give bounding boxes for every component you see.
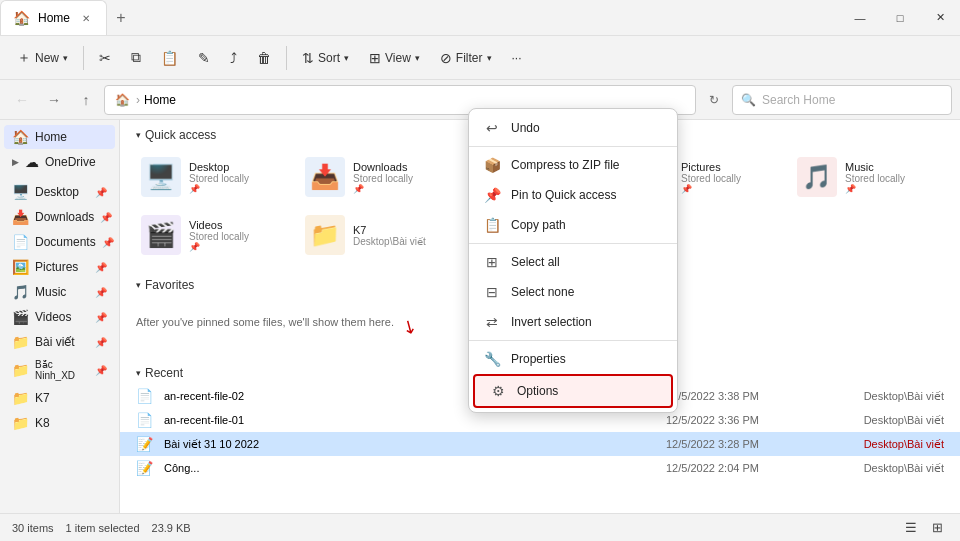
ctx-pin[interactable]: 📌 Pin to Quick access — [469, 180, 677, 210]
invert-selection-icon: ⇄ — [483, 314, 501, 330]
view-buttons: ☰ ⊞ — [900, 517, 948, 539]
new-dropdown-icon: ▾ — [63, 53, 68, 63]
home-tab[interactable]: 🏠 Home ✕ — [0, 0, 107, 35]
sidebar-item-home[interactable]: 🏠 Home — [4, 125, 115, 149]
onedrive-icon: ☁ — [25, 154, 39, 170]
folder-k7[interactable]: 📁 K7 Desktop\Bài viết — [296, 208, 456, 262]
ctx-select-all[interactable]: ⊞ Select all — [469, 247, 677, 277]
sidebar-item-bacninh[interactable]: 📁 Bắc Ninh_XD 📌 — [4, 355, 115, 385]
folder-videos[interactable]: 🎬 Videos Stored locally 📌 — [132, 208, 292, 262]
properties-icon: 🔧 — [483, 351, 501, 367]
forward-button[interactable]: → — [40, 86, 68, 114]
sidebar-item-documents[interactable]: 📄 Documents 📌 — [4, 230, 115, 254]
folder-pictures-name: Pictures — [681, 161, 775, 173]
up-button[interactable]: ↑ — [72, 86, 100, 114]
sidebar-item-pictures[interactable]: 🖼️ Pictures 📌 — [4, 255, 115, 279]
folder-k7-info: K7 Desktop\Bài viết — [353, 224, 447, 247]
tab-close-button[interactable]: ✕ — [78, 10, 94, 26]
new-button[interactable]: ＋ New ▾ — [8, 44, 77, 72]
desktop-icon: 🖥️ — [12, 184, 29, 200]
recent-file-0-path: Desktop\Bài viết — [804, 390, 944, 403]
sidebar-music-label: Music — [35, 285, 66, 299]
folder-desktop[interactable]: 🖥️ Desktop Stored locally 📌 — [132, 150, 292, 204]
undo-icon: ↩ — [483, 120, 501, 136]
view-button[interactable]: ⊞ View ▾ — [360, 45, 429, 71]
folder-music[interactable]: 🎵 Music Stored locally 📌 — [788, 150, 948, 204]
folder-downloads[interactable]: 📥 Downloads Stored locally 📌 — [296, 150, 456, 204]
recent-file-1-icon: 📄 — [136, 412, 156, 428]
pin-icon-pictures: 📌 — [95, 262, 107, 273]
pin-icon-downloads: 📌 — [100, 212, 112, 223]
onedrive-expand-icon: ▶ — [12, 157, 19, 167]
ctx-select-all-label: Select all — [511, 255, 560, 269]
paste-button[interactable]: 📋 — [152, 45, 187, 71]
ctx-undo[interactable]: ↩ Undo — [469, 113, 677, 143]
toolbar-separator-1 — [83, 46, 84, 70]
cut-button[interactable]: ✂ — [90, 45, 120, 71]
filter-label: Filter — [456, 51, 483, 65]
ctx-select-none-label: Select none — [511, 285, 574, 299]
list-view-button[interactable]: ☰ — [900, 517, 922, 539]
sidebar-item-videos[interactable]: 🎬 Videos 📌 — [4, 305, 115, 329]
sidebar-bacninh-label: Bắc Ninh_XD — [35, 359, 89, 381]
folder-desktop-pin: 📌 — [189, 184, 283, 194]
breadcrumb-home: Home — [144, 93, 176, 107]
sidebar-item-music[interactable]: 🎵 Music 📌 — [4, 280, 115, 304]
back-button[interactable]: ← — [8, 86, 36, 114]
folder-k7-name: K7 — [353, 224, 447, 236]
maximize-button[interactable]: □ — [880, 0, 920, 36]
search-bar[interactable]: 🔍 Search Home — [732, 85, 952, 115]
home-tab-label: Home — [38, 11, 70, 25]
bacninh-icon: 📁 — [12, 362, 29, 378]
new-tab-button[interactable]: + — [107, 4, 135, 32]
sidebar-k7-label: K7 — [35, 391, 50, 405]
recent-file-3[interactable]: 📝 Công... 12/5/2022 2:04 PM Desktop\Bài … — [120, 456, 960, 480]
close-button[interactable]: ✕ — [920, 0, 960, 36]
ctx-invert-selection[interactable]: ⇄ Invert selection — [469, 307, 677, 337]
folder-downloads-info: Downloads Stored locally 📌 — [353, 161, 447, 194]
recent-file-3-date: 12/5/2022 2:04 PM — [666, 462, 796, 474]
sidebar-item-onedrive[interactable]: ▶ ☁ OneDrive — [4, 150, 115, 174]
sidebar-downloads-label: Downloads — [35, 210, 94, 224]
select-none-icon: ⊟ — [483, 284, 501, 300]
recent-file-2[interactable]: 📝 Bài viết 31 10 2022 12/5/2022 3:28 PM … — [120, 432, 960, 456]
copy-button[interactable]: ⧉ — [122, 44, 150, 71]
minimize-button[interactable]: — — [840, 0, 880, 36]
share-button[interactable]: ⤴ — [221, 45, 246, 71]
sidebar-item-baiviet[interactable]: 📁 Bài viết 📌 — [4, 330, 115, 354]
sidebar-item-desktop[interactable]: 🖥️ Desktop 📌 — [4, 180, 115, 204]
ctx-pin-label: Pin to Quick access — [511, 188, 616, 202]
filter-button[interactable]: ⊘ Filter ▾ — [431, 45, 501, 71]
folder-videos-pin: 📌 — [189, 242, 283, 252]
sidebar-item-k8[interactable]: 📁 K8 — [4, 411, 115, 435]
sort-button[interactable]: ⇅ Sort ▾ — [293, 45, 358, 71]
refresh-button[interactable]: ↻ — [700, 86, 728, 114]
folder-pictures-pin: 📌 — [681, 184, 775, 194]
sidebar-desktop-label: Desktop — [35, 185, 79, 199]
ctx-options[interactable]: ⚙ Options — [473, 374, 673, 408]
new-label: New — [35, 51, 59, 65]
recent-file-1-date: 12/5/2022 3:36 PM — [666, 414, 796, 426]
ctx-invert-label: Invert selection — [511, 315, 592, 329]
ctx-properties[interactable]: 🔧 Properties — [469, 344, 677, 374]
ctx-copy-path[interactable]: 📋 Copy path — [469, 210, 677, 240]
folder-pictures-info: Pictures Stored locally 📌 — [681, 161, 775, 194]
ctx-select-none[interactable]: ⊟ Select none — [469, 277, 677, 307]
recent-file-1-name: an-recent-file-01 — [164, 414, 658, 426]
delete-button[interactable]: 🗑 — [248, 45, 280, 71]
recent-file-3-path: Desktop\Bài viết — [804, 462, 944, 475]
arrow-icon: ↘ — [397, 314, 421, 341]
rename-button[interactable]: ✎ — [189, 45, 219, 71]
folder-pictures-sub: Stored locally — [681, 173, 775, 184]
more-button[interactable]: ··· — [503, 46, 531, 70]
grid-view-button[interactable]: ⊞ — [926, 517, 948, 539]
sidebar-pictures-label: Pictures — [35, 260, 78, 274]
title-bar-tabs: 🏠 Home ✕ + — [0, 0, 840, 35]
recent-chevron: ▾ — [136, 368, 141, 378]
ctx-compress[interactable]: 📦 Compress to ZIP file — [469, 150, 677, 180]
sort-icon: ⇅ — [302, 50, 314, 66]
sidebar-item-downloads[interactable]: 📥 Downloads 📌 — [4, 205, 115, 229]
sidebar-item-k7[interactable]: 📁 K7 — [4, 386, 115, 410]
folder-music-pin: 📌 — [845, 184, 939, 194]
recent-file-3-name: Công... — [164, 462, 658, 474]
